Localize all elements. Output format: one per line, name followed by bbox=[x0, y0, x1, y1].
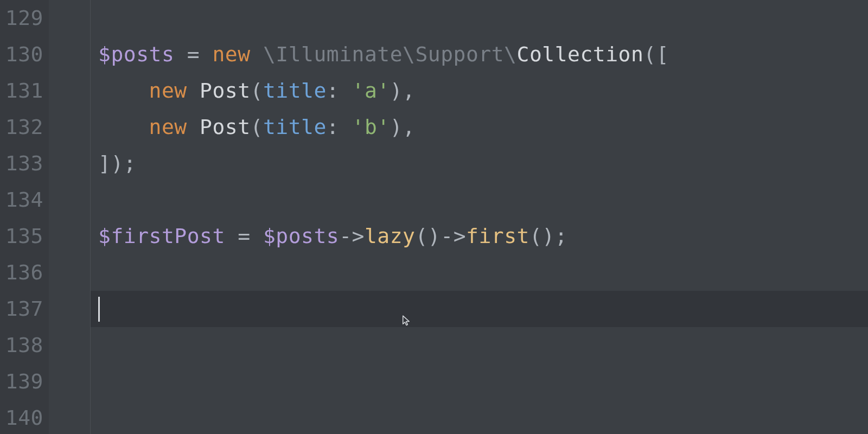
token-class: Post bbox=[200, 109, 251, 145]
line-number: 131 bbox=[0, 73, 43, 109]
token-op: : bbox=[327, 109, 352, 145]
line-number: 140 bbox=[0, 400, 43, 434]
line-number: 137 bbox=[0, 291, 43, 327]
code-line[interactable]: new Post(title: 'b'), bbox=[91, 109, 868, 145]
code-line[interactable] bbox=[91, 254, 868, 291]
token-str: 'a' bbox=[352, 73, 390, 109]
code-line[interactable] bbox=[91, 182, 868, 218]
token-var: $posts bbox=[98, 36, 174, 73]
token-var: $firstPost bbox=[98, 218, 225, 254]
token-op: : bbox=[327, 73, 352, 109]
code-line[interactable] bbox=[91, 400, 868, 434]
token-op bbox=[98, 109, 149, 145]
token-op bbox=[98, 73, 149, 109]
token-punct: ( bbox=[251, 73, 263, 109]
token-punct: (); bbox=[529, 218, 567, 254]
line-number: 129 bbox=[0, 0, 43, 36]
token-method: lazy bbox=[365, 218, 416, 254]
token-param: title bbox=[263, 73, 327, 109]
line-number: 133 bbox=[0, 145, 43, 182]
token-punct: ( bbox=[251, 109, 263, 145]
token-var: $posts bbox=[263, 218, 339, 254]
line-number: 135 bbox=[0, 218, 43, 254]
text-caret bbox=[98, 297, 100, 322]
token-method: first bbox=[466, 218, 529, 254]
code-line[interactable]: new Post(title: 'a'), bbox=[91, 73, 868, 109]
token-param: title bbox=[263, 109, 327, 145]
line-number-gutter: 129130131132133134135136137138139140 bbox=[0, 0, 49, 434]
code-line[interactable] bbox=[91, 327, 868, 363]
token-punct: () bbox=[415, 218, 441, 254]
token-dim: \Illuminate\Support\ bbox=[263, 36, 517, 73]
token-punct: ([ bbox=[643, 36, 669, 73]
token-op: = bbox=[174, 36, 212, 73]
code-line[interactable]: ]); bbox=[91, 145, 868, 182]
code-area[interactable]: $posts = new \Illuminate\Support\Collect… bbox=[91, 0, 868, 434]
line-number: 138 bbox=[0, 327, 43, 363]
line-number: 139 bbox=[0, 363, 43, 400]
fold-strip bbox=[49, 0, 91, 434]
line-number: 136 bbox=[0, 254, 43, 291]
line-number: 134 bbox=[0, 182, 43, 218]
token-kw: new bbox=[149, 109, 200, 145]
token-kw: new bbox=[212, 36, 263, 73]
token-punct: ]); bbox=[98, 145, 136, 182]
token-class: Post bbox=[200, 73, 251, 109]
code-line[interactable]: $posts = new \Illuminate\Support\Collect… bbox=[91, 36, 868, 73]
token-class: Collection bbox=[517, 36, 644, 73]
code-line[interactable] bbox=[91, 363, 868, 400]
line-number: 130 bbox=[0, 36, 43, 73]
token-punct: ), bbox=[390, 109, 416, 145]
token-kw: new bbox=[149, 73, 200, 109]
token-op: -> bbox=[441, 218, 466, 254]
token-str: 'b' bbox=[352, 109, 390, 145]
code-line[interactable] bbox=[91, 0, 868, 36]
token-op: = bbox=[225, 218, 263, 254]
line-number: 132 bbox=[0, 109, 43, 145]
code-editor[interactable]: 129130131132133134135136137138139140 $po… bbox=[0, 0, 868, 434]
code-line[interactable]: $firstPost = $posts->lazy()->first(); bbox=[91, 218, 868, 254]
token-punct: ), bbox=[390, 73, 416, 109]
token-op: -> bbox=[339, 218, 365, 254]
code-line[interactable] bbox=[91, 291, 868, 327]
